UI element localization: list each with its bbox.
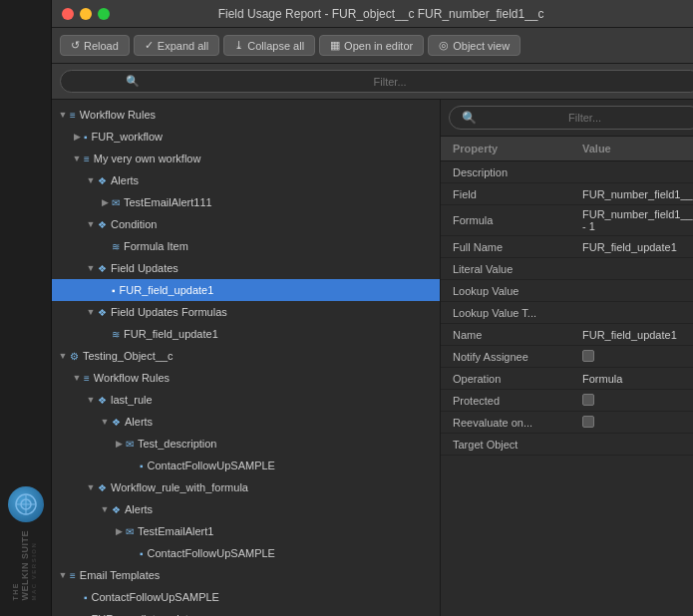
tree-item-fur-workflow[interactable]: ▶▪FUR_workflow bbox=[52, 126, 440, 148]
tree-node-icon-fur-field-update1-2: ≋ bbox=[112, 329, 120, 340]
tree-arrow-condition[interactable]: ▼ bbox=[84, 219, 98, 229]
tree: ▼≡Workflow Rules▶▪FUR_workflow▼≡My very … bbox=[52, 100, 440, 616]
tree-arrow-field-updates-formulas[interactable]: ▼ bbox=[84, 307, 98, 317]
tree-arrow-alerts-2[interactable]: ▼ bbox=[98, 417, 112, 427]
tree-node-icon-alerts-2: ❖ bbox=[112, 417, 121, 428]
tree-arrow-workflow-rules-2[interactable]: ▼ bbox=[70, 373, 84, 383]
tree-arrow-workflow-rules[interactable]: ▼ bbox=[56, 110, 70, 120]
tree-arrow-testing-object[interactable]: ▼ bbox=[56, 351, 70, 361]
tree-label-last-rule: last_rule bbox=[111, 394, 153, 406]
tree-item-field-updates-formulas[interactable]: ▼❖Field Updates Formulas bbox=[52, 301, 440, 323]
tree-item-alerts-2[interactable]: ▼❖Alerts bbox=[52, 411, 440, 433]
collapse-all-button[interactable]: ⤓ Collapse all bbox=[223, 35, 315, 56]
prop-value-11 bbox=[570, 413, 693, 433]
minimize-button[interactable] bbox=[80, 8, 92, 20]
tree-item-workflow-rules-2[interactable]: ▼≡Workflow Rules bbox=[52, 367, 440, 389]
tree-arrow-fur-workflow[interactable]: ▶ bbox=[70, 132, 84, 142]
tree-arrow-alerts-3[interactable]: ▼ bbox=[98, 504, 112, 514]
prop-value-7: FUR_field_update1 bbox=[570, 326, 693, 344]
sidebar-logo[interactable] bbox=[8, 486, 44, 522]
tree-arrow-test-email-alert1[interactable]: ▶ bbox=[112, 526, 126, 536]
tree-node-icon-last-rule: ❖ bbox=[98, 395, 107, 406]
prop-value-2: FUR_number_field1__c - 1 bbox=[570, 205, 693, 235]
expand-all-button[interactable]: ✓ Expand all bbox=[134, 35, 219, 56]
tree-item-testing-object[interactable]: ▼⚙Testing_Object__c bbox=[52, 345, 440, 367]
tree-node-icon-workflow-rule-formula: ❖ bbox=[98, 482, 107, 493]
tree-panel: ▼≡Workflow Rules▶▪FUR_workflow▼≡My very … bbox=[52, 100, 441, 616]
checkbox-11[interactable] bbox=[582, 416, 594, 428]
tree-item-email-templates[interactable]: ▼≡Email Templates bbox=[52, 564, 440, 586]
prop-name-11: Reevaluate on... bbox=[441, 414, 570, 432]
tree-label-field-updates: Field Updates bbox=[111, 262, 178, 274]
tree-arrow-alerts-1[interactable]: ▼ bbox=[84, 175, 98, 185]
tree-item-contact-followup-3[interactable]: ▪ContactFollowUpSAMPLE bbox=[52, 586, 440, 608]
tree-label-test-description: Test_description bbox=[138, 438, 217, 450]
tree-item-workflow-rules[interactable]: ▼≡Workflow Rules bbox=[52, 104, 440, 126]
tree-arrow-test-email-alert[interactable]: ▶ bbox=[98, 197, 112, 207]
open-in-editor-button[interactable]: ▦ Open in editor bbox=[319, 35, 424, 56]
tree-item-alerts-3[interactable]: ▼❖Alerts bbox=[52, 498, 440, 520]
close-button[interactable] bbox=[62, 8, 74, 20]
tree-node-icon-alerts-1: ❖ bbox=[98, 175, 107, 186]
tree-node-icon-field-updates: ❖ bbox=[98, 263, 107, 274]
tree-label-test-email-alert1: TestEmailAlert1 bbox=[138, 525, 213, 537]
prop-value-9: Formula bbox=[570, 370, 693, 388]
tree-item-fur-field-update1[interactable]: ▪FUR_field_update1 bbox=[52, 279, 440, 301]
tree-label-workflow-rules: Workflow Rules bbox=[80, 109, 156, 121]
table-row: Notify Assignee bbox=[441, 346, 693, 368]
tree-item-alerts-1[interactable]: ▼❖Alerts bbox=[52, 169, 440, 191]
prop-name-8: Notify Assignee bbox=[441, 348, 570, 366]
tree-item-condition[interactable]: ▼❖Condition bbox=[52, 213, 440, 235]
tree-item-field-updates[interactable]: ▼❖Field Updates bbox=[52, 257, 440, 279]
title-bar: Field Usage Report - FUR_object__c FUR_n… bbox=[52, 0, 693, 28]
tree-arrow-field-updates[interactable]: ▼ bbox=[84, 263, 98, 273]
table-row: FormulaFUR_number_field1__c - 1 bbox=[441, 205, 693, 236]
tree-node-icon-contact-followup-2: ▪ bbox=[140, 548, 144, 559]
tree-arrow-workflow-rule-formula[interactable]: ▼ bbox=[84, 482, 98, 492]
tree-arrow-my-very-own[interactable]: ▼ bbox=[70, 154, 84, 163]
tree-label-my-very-own: My very own workflow bbox=[94, 153, 201, 164]
prop-value-10 bbox=[570, 391, 693, 411]
tree-item-formula-item[interactable]: ≋Formula Item bbox=[52, 235, 440, 257]
checkbox-10[interactable] bbox=[582, 394, 594, 406]
tree-item-last-rule[interactable]: ▼❖last_rule bbox=[52, 389, 440, 411]
tree-arrow-test-description[interactable]: ▶ bbox=[112, 439, 126, 449]
tree-arrow-email-templates[interactable]: ▼ bbox=[56, 570, 70, 580]
tree-item-test-email-alert[interactable]: ▶✉TestEmailAlert111 bbox=[52, 191, 440, 213]
tree-item-test-description[interactable]: ▶✉Test_description bbox=[52, 433, 440, 455]
property-rows: DescriptionFieldFUR_number_field1__cForm… bbox=[441, 161, 693, 456]
table-row: FieldFUR_number_field1__c bbox=[441, 183, 693, 205]
tree-node-icon-my-very-own: ≡ bbox=[84, 154, 90, 164]
tree-item-fur-email-template[interactable]: ▪FUR_email_template bbox=[52, 608, 440, 616]
prop-name-10: Protected bbox=[441, 392, 570, 410]
prop-value-8 bbox=[570, 347, 693, 367]
tree-item-contact-followup-2[interactable]: ▪ContactFollowUpSAMPLE bbox=[52, 542, 440, 564]
reload-icon: ↺ bbox=[71, 39, 80, 52]
table-row: Target Object bbox=[441, 434, 693, 456]
tree-arrow-last-rule[interactable]: ▼ bbox=[84, 395, 98, 405]
tree-label-fur-field-update1-2: FUR_field_update1 bbox=[124, 328, 218, 340]
prop-value-1: FUR_number_field1__c bbox=[570, 185, 693, 203]
main-filter-input[interactable] bbox=[144, 76, 637, 88]
tree-node-icon-condition: ❖ bbox=[98, 219, 107, 230]
tree-label-contact-followup-1: ContactFollowUpSAMPLE bbox=[148, 460, 275, 471]
tree-item-fur-field-update1-2[interactable]: ≋FUR_field_update1 bbox=[52, 323, 440, 345]
maximize-button[interactable] bbox=[98, 8, 110, 20]
tree-item-test-email-alert1[interactable]: ▶✉TestEmailAlert1 bbox=[52, 520, 440, 542]
tree-node-icon-test-description: ✉ bbox=[126, 439, 134, 450]
content-area: ▼≡Workflow Rules▶▪FUR_workflow▼≡My very … bbox=[52, 100, 693, 616]
tree-item-workflow-rule-formula[interactable]: ▼❖Workflow_rule_with_formula bbox=[52, 476, 440, 498]
prop-name-3: Full Name bbox=[441, 238, 570, 256]
property-column-header: Property bbox=[441, 141, 570, 156]
expand-icon: ✓ bbox=[145, 39, 154, 52]
checkbox-8[interactable] bbox=[582, 350, 594, 362]
right-filter-input[interactable] bbox=[481, 112, 689, 124]
tree-item-contact-followup-1[interactable]: ▪ContactFollowUpSAMPLE bbox=[52, 455, 440, 476]
tree-node-icon-workflow-rules-2: ≡ bbox=[84, 373, 90, 384]
main-filter-bar: 🔍 bbox=[52, 64, 693, 100]
reload-button[interactable]: ↺ Reload bbox=[60, 35, 130, 56]
app-sidebar: THE WELKIN SUITE Mac version bbox=[0, 0, 52, 616]
tree-item-my-very-own[interactable]: ▼≡My very own workflow bbox=[52, 148, 440, 169]
object-view-button[interactable]: ◎ Object view bbox=[428, 35, 520, 56]
tree-node-icon-test-email-alert: ✉ bbox=[112, 197, 120, 208]
